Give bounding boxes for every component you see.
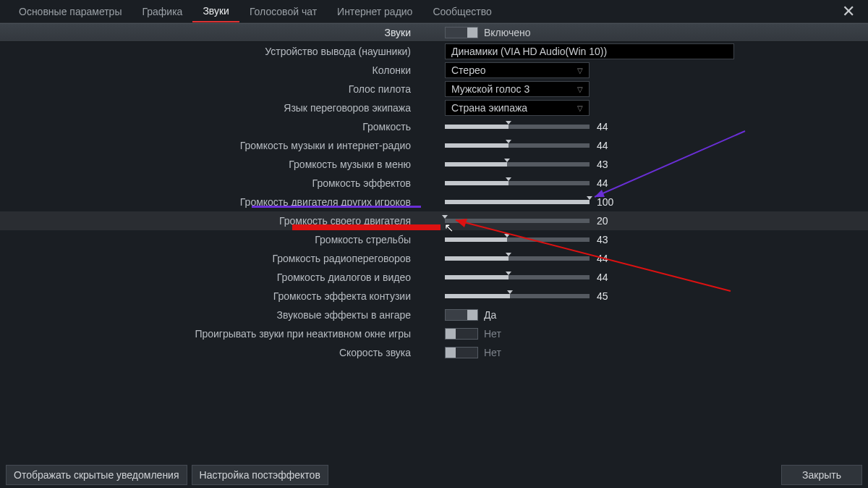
setting-row: Громкость диалогов и видео44 — [0, 268, 868, 287]
sound-master-switch-label: Включено — [484, 27, 531, 38]
slider-value: 44 — [597, 140, 617, 151]
setting-row: Громкость эффектов44 — [0, 174, 868, 193]
toggle-label: Нет — [484, 347, 501, 358]
dropdown-value: Стерео — [451, 64, 486, 76]
setting-label: Громкость — [0, 121, 420, 132]
toggle-label: Нет — [484, 328, 501, 340]
slider-value: 100 — [597, 196, 617, 208]
footer-bar: Отображать скрытые уведомления Настройка… — [0, 462, 868, 488]
slider-value: 44 — [597, 121, 617, 132]
slider[interactable] — [445, 275, 590, 279]
chevron-down-icon: ▽ — [577, 67, 583, 75]
dropdown[interactable]: Мужской голос 3▽ — [445, 81, 590, 97]
posteffects-settings-button[interactable]: Настройка постэффектов — [192, 465, 328, 485]
setting-label: Проигрывать звуки при неактивном окне иг… — [0, 328, 420, 340]
toggle-switch[interactable] — [445, 328, 478, 340]
toggle-switch[interactable] — [445, 309, 478, 321]
slider[interactable] — [445, 162, 590, 167]
slider-value: 45 — [597, 290, 617, 302]
slider[interactable] — [445, 219, 590, 223]
tab-bar: Основные параметрыГрафикаЗвукиГолосовой … — [0, 0, 868, 23]
setting-label: Звуковые эффекты в ангаре — [0, 309, 420, 321]
chevron-down-icon: ▽ — [577, 85, 583, 93]
slider-value: 44 — [597, 177, 617, 189]
setting-row: Язык переговоров экипажаСтрана экипажа▽ — [0, 98, 868, 117]
tab-5[interactable]: Сообщество — [422, 1, 501, 22]
dropdown-value: Мужской голос 3 — [451, 83, 529, 95]
setting-row: Громкость двигателя других игроков100 — [0, 193, 868, 211]
dropdown-value: Страна экипажа — [451, 102, 527, 114]
slider[interactable] — [445, 200, 590, 204]
setting-label: Голос пилота — [0, 83, 420, 95]
toggle-label: Да — [484, 309, 496, 321]
toggle-switch[interactable] — [445, 347, 478, 358]
setting-row: Громкость44 — [0, 117, 868, 136]
dropdown[interactable]: Страна экипажа▽ — [445, 100, 590, 116]
setting-row: Звуковые эффекты в ангареДа — [0, 306, 868, 324]
setting-label: Язык переговоров экипажа — [0, 102, 420, 114]
setting-row: Голос пилотаМужской голос 3▽ — [0, 80, 868, 98]
setting-row: Громкость музыки в меню43 — [0, 155, 868, 174]
setting-label: Скорость звука — [0, 347, 420, 358]
close-icon[interactable]: ✕ — [838, 2, 859, 21]
slider[interactable] — [445, 237, 590, 242]
tab-0[interactable]: Основные параметры — [9, 1, 132, 22]
setting-row: Громкость радиопереговоров44 — [0, 249, 868, 268]
setting-row: Скорость звукаНет — [0, 343, 868, 362]
tab-3[interactable]: Голосовой чат — [239, 1, 327, 22]
tab-4[interactable]: Интернет радио — [327, 1, 422, 22]
header-label: Звуки — [0, 27, 420, 38]
chevron-down-icon: ▽ — [577, 104, 583, 112]
setting-row: Громкость музыки и интернет-радио44 — [0, 136, 868, 155]
slider-value: 43 — [597, 234, 617, 245]
setting-row: Громкость эффекта контузии45 — [0, 287, 868, 306]
setting-label: Громкость эффектов — [0, 177, 420, 189]
setting-label: Громкость двигателя других игроков — [0, 196, 420, 208]
setting-row: Громкость стрельбы43 — [0, 230, 868, 249]
close-button[interactable]: Закрыть — [781, 465, 862, 485]
setting-label: Громкость своего двигателя — [0, 215, 420, 227]
header-row: Звуки Включено — [0, 23, 868, 42]
slider-value: 43 — [597, 159, 617, 170]
setting-label: Громкость музыки в меню — [0, 159, 420, 170]
setting-row: Проигрывать звуки при неактивном окне иг… — [0, 324, 868, 343]
setting-label: Колонки — [0, 64, 420, 76]
slider[interactable] — [445, 256, 590, 261]
setting-label: Громкость радиопереговоров — [0, 253, 420, 264]
setting-row: Устройство вывода (наушники)Динамики (VI… — [0, 42, 868, 61]
slider-value: 44 — [597, 272, 617, 283]
sound-master-switch[interactable] — [445, 27, 478, 38]
setting-label: Громкость стрельбы — [0, 234, 420, 245]
slider-value: 20 — [597, 215, 617, 227]
setting-label: Устройство вывода (наушники) — [0, 46, 420, 57]
slider[interactable] — [445, 143, 590, 148]
dropdown[interactable]: Стерео▽ — [445, 62, 590, 78]
setting-label: Громкость диалогов и видео — [0, 272, 420, 283]
slider-value: 44 — [597, 253, 617, 264]
slider[interactable] — [445, 181, 590, 185]
slider[interactable] — [445, 125, 590, 129]
setting-label: Громкость эффекта контузии — [0, 290, 420, 302]
dropdown[interactable]: Динамики (VIA HD Audio(Win 10)) — [445, 43, 734, 59]
setting-row: КолонкиСтерео▽ — [0, 61, 868, 80]
tab-2[interactable]: Звуки — [192, 0, 239, 22]
setting-row: Громкость своего двигателя20 — [0, 211, 868, 230]
slider[interactable] — [445, 294, 590, 298]
show-hidden-notifications-button[interactable]: Отображать скрытые уведомления — [6, 465, 187, 485]
dropdown-value: Динамики (VIA HD Audio(Win 10)) — [451, 46, 607, 57]
setting-label: Громкость музыки и интернет-радио — [0, 140, 420, 151]
settings-list: Устройство вывода (наушники)Динамики (VI… — [0, 42, 868, 362]
tab-1[interactable]: Графика — [132, 1, 192, 22]
